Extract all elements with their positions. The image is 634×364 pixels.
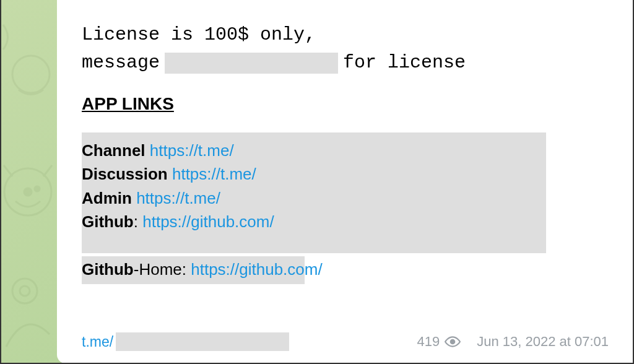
svg-point-5 — [12, 56, 50, 93]
link-row-github-home: Github-Home: https://github.com/ — [82, 258, 609, 281]
link-label: Channel — [82, 141, 145, 160]
svg-point-1 — [24, 188, 32, 196]
link-row-discussion: Discussion https://t.me/ — [82, 162, 609, 186]
svg-point-6 — [451, 340, 455, 344]
link-row-admin: Admin https://t.me/ — [82, 186, 609, 210]
redacted-source-path — [116, 332, 289, 351]
link-url[interactable]: https://t.me/ — [172, 165, 256, 183]
link-label: Github — [82, 260, 134, 279]
license-text: License is 100$ only, message for licens… — [82, 21, 609, 77]
message-source-link[interactable]: t.me/ — [82, 334, 113, 350]
svg-point-0 — [4, 168, 51, 215]
svg-point-2 — [35, 186, 40, 191]
svg-point-3 — [20, 286, 30, 296]
message-footer: t.me/ 419 Jun 13, 2022 at 07:01 — [82, 321, 609, 351]
view-count: 419 — [417, 334, 461, 350]
svg-point-4 — [12, 279, 37, 303]
link-url[interactable]: https://t.me/ — [150, 141, 234, 160]
redacted-contact — [165, 53, 338, 74]
license-line-1: License is 100$ only, — [82, 21, 609, 49]
license-line2-prefix: message — [82, 49, 160, 77]
link-row-channel: Channel https://t.me/ — [82, 139, 609, 162]
link-url[interactable]: https://github.com/ — [142, 212, 274, 231]
app-links-heading: APP LINKS — [82, 94, 609, 114]
link-url[interactable]: https://github.com/ — [191, 260, 322, 279]
telegram-message-bubble: License is 100$ only, message for licens… — [57, 0, 633, 363]
license-line2-suffix: for license — [343, 49, 466, 77]
eye-icon — [445, 334, 461, 350]
links-block: Channel https://t.me/ Discussion https:/… — [82, 139, 609, 281]
link-label: Github — [82, 212, 134, 231]
license-line-2: message for license — [82, 49, 609, 77]
link-row-github: Github: https://github.com/ — [82, 210, 609, 233]
link-url[interactable]: https://t.me/ — [136, 189, 220, 207]
link-label-suffix: -Home — [134, 260, 182, 279]
link-label: Admin — [82, 189, 132, 207]
link-label: Discussion — [82, 165, 168, 183]
message-timestamp: Jun 13, 2022 at 07:01 — [477, 334, 609, 350]
view-count-number: 419 — [417, 334, 440, 350]
